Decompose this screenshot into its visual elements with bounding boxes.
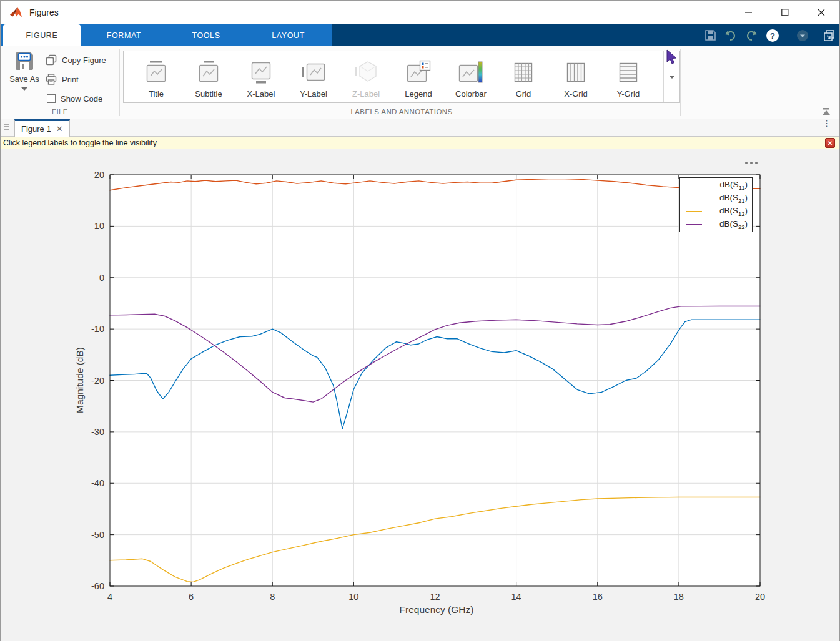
gallery-item-label: Colorbar <box>455 89 487 99</box>
section-divider <box>119 49 120 116</box>
legend-line-swatch <box>686 211 702 212</box>
gallery-item-label: Subtitle <box>195 89 222 99</box>
y-tick-label: 10 <box>94 221 104 231</box>
svg-text:?: ? <box>770 31 775 41</box>
title-bar: Figures <box>1 1 839 24</box>
legend-icon <box>405 59 432 87</box>
undo-icon[interactable] <box>724 30 737 41</box>
tab-label: TOOLS <box>192 31 220 40</box>
ribbon-button-grid[interactable]: Grid <box>497 52 550 101</box>
legend-entry-11[interactable]: dB(S11) <box>680 179 752 192</box>
y-tick-label: -60 <box>91 581 104 591</box>
redo-icon[interactable] <box>745 30 758 41</box>
legend-line-swatch <box>686 198 702 198</box>
maximize-button[interactable] <box>767 1 803 24</box>
grid-icon <box>510 59 536 87</box>
copy-figure-button[interactable]: Copy Figure <box>46 52 106 68</box>
y-tick-label: 20 <box>94 170 104 180</box>
x-tick-label: 10 <box>348 592 358 602</box>
help-icon[interactable]: ? <box>766 29 779 42</box>
show-code-label: Show Code <box>61 94 102 104</box>
ribbon-button-x-label[interactable]: X-Label <box>235 52 287 101</box>
figure-canvas: 468101214161820-60-50-40-30-20-1001020 M… <box>1 149 839 641</box>
y-grid-icon <box>615 59 641 87</box>
window-title: Figures <box>29 7 59 17</box>
save-as-label: Save As <box>9 74 39 84</box>
tab-figure-1[interactable]: Figure 1 ✕ <box>14 119 70 137</box>
toolbar-separator <box>788 29 788 42</box>
save-as-dropdown-caret <box>21 87 27 91</box>
x-tick-label: 12 <box>430 592 440 602</box>
gallery-overflow-caret-icon <box>669 76 675 79</box>
legend-label: dB(S11) <box>720 180 752 191</box>
collapse-ribbon-icon[interactable] <box>821 107 832 116</box>
tab-close-icon[interactable]: ✕ <box>56 124 63 134</box>
tab-label: FIGURE <box>26 31 58 40</box>
toolbar-options-dropdown-icon[interactable] <box>796 29 809 42</box>
ribbon-button-y-label[interactable]: Y-Label <box>287 52 340 101</box>
dock-figure-icon[interactable] <box>823 29 836 42</box>
print-button[interactable]: Print <box>46 71 106 87</box>
save-as-icon <box>13 50 36 72</box>
ribbon-tab-format[interactable]: FORMAT <box>81 24 167 46</box>
figures-window: Figures FIGURE FORMAT TOOLS LAYOUT <box>0 0 840 641</box>
tab-label: FORMAT <box>107 31 141 40</box>
ribbon-tab-tools[interactable]: TOOLS <box>167 24 245 46</box>
save-icon[interactable] <box>704 29 716 41</box>
legend-label: dB(S22) <box>719 219 752 230</box>
legend-line-swatch <box>686 224 702 225</box>
gallery-item-label: Grid <box>516 89 531 99</box>
legend-label: dB(S21) <box>719 193 752 204</box>
gallery-item-label: Title <box>149 89 164 99</box>
y-tick-label: -30 <box>91 427 104 437</box>
y-axis-label: Magnitude (dB) <box>74 347 86 413</box>
gallery-item-label: X-Label <box>247 89 275 99</box>
x-grid-icon <box>563 59 589 87</box>
plot-legend[interactable]: dB(S11)dB(S21)dB(S12)dB(S22) <box>679 177 753 232</box>
ribbon-button-title[interactable]: Title <box>130 52 182 101</box>
quick-access-toolbar: ? <box>704 24 836 46</box>
subtitle-icon <box>195 59 222 87</box>
gallery-item-label: Legend <box>405 89 432 99</box>
ribbon-button-colorbar[interactable]: Colorbar <box>445 52 497 101</box>
file-section-label: FILE <box>13 108 107 115</box>
ribbon-tab-figure[interactable]: FIGURE <box>3 24 81 46</box>
axes-toolbar-ellipsis[interactable] <box>745 162 758 164</box>
print-icon <box>46 74 57 85</box>
copy-figure-icon <box>46 54 57 66</box>
minimize-button[interactable] <box>731 1 767 24</box>
ribbon-tab-layout[interactable]: LAYOUT <box>245 24 332 46</box>
legend-entry-12[interactable]: dB(S12) <box>680 205 752 218</box>
colorbar-icon <box>458 59 484 87</box>
show-code-checkbox[interactable]: Show Code <box>46 91 106 107</box>
tabbar-grip-icon[interactable] <box>4 124 9 130</box>
ribbon-button-legend[interactable]: Legend <box>392 52 445 101</box>
labels-gallery: Title Subtitle X-Label <box>123 51 680 103</box>
tabbar-menu-icon[interactable]: ⋮ <box>823 121 831 125</box>
document-tabbar: Figure 1 ✕ ⋮ <box>1 119 839 137</box>
save-as-button[interactable]: Save As <box>7 50 42 104</box>
gallery-item-label: X-Grid <box>564 89 588 99</box>
x-axis-label: Frequency (GHz) <box>400 604 474 615</box>
mouse-cursor <box>666 49 678 66</box>
y-tick-label: -20 <box>91 376 104 386</box>
message-close-button[interactable]: ✕ <box>825 138 835 148</box>
ribbon-button-y-grid[interactable]: Y-Grid <box>602 52 655 101</box>
matlab-logo-icon <box>9 6 23 19</box>
ribbon-button-z-label: Z-Label <box>340 52 392 101</box>
ribbon-button-x-grid[interactable]: X-Grid <box>550 52 602 101</box>
legend-entry-22[interactable]: dB(S22) <box>680 218 752 231</box>
title-icon <box>143 59 169 87</box>
ribbon-button-subtitle[interactable]: Subtitle <box>182 52 235 101</box>
x-tick-label: 4 <box>107 592 112 602</box>
gallery-item-label: Y-Grid <box>617 89 640 99</box>
legend-entry-21[interactable]: dB(S21) <box>680 192 752 205</box>
message-bar: Click legend labels to toggle the line v… <box>1 137 839 149</box>
gallery-item-label: Y-Label <box>300 89 327 99</box>
gallery-item-label: Z-Label <box>352 89 380 99</box>
ribbon: Save As Copy Figure Print <box>1 46 839 119</box>
x-tick-label: 6 <box>189 592 194 602</box>
message-text: Click legend labels to toggle the line v… <box>3 139 157 147</box>
x-tick-label: 14 <box>511 592 521 602</box>
close-button[interactable] <box>803 1 839 24</box>
